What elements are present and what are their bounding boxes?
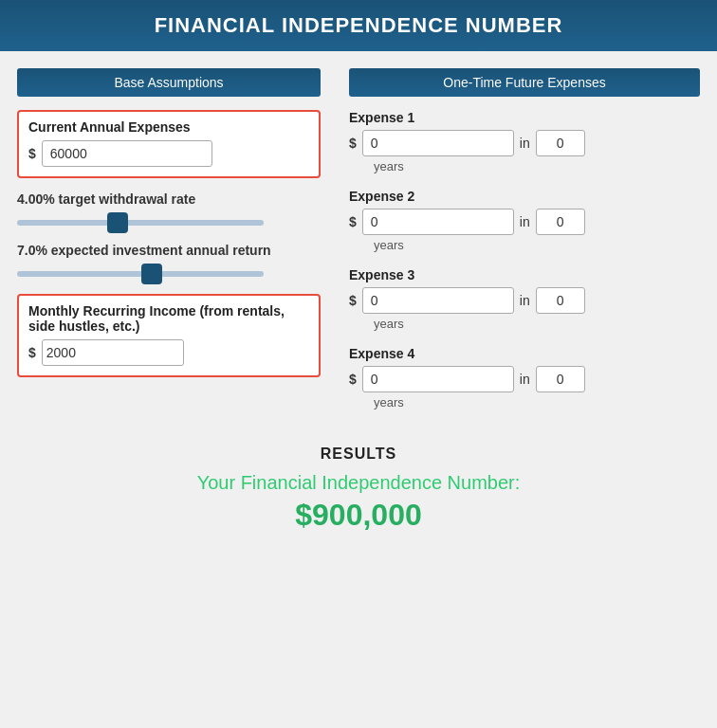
current-expenses-group: Current Annual Expenses $ — [17, 110, 321, 178]
expense-1-dollar: $ — [349, 136, 357, 151]
expense-3-dollar: $ — [349, 293, 357, 308]
investment-return-label: 7.0% expected investment annual return — [17, 243, 321, 258]
right-panel: One-Time Future Expenses Expense 1 $ in … — [340, 68, 700, 425]
expense-3-input-row: $ in — [349, 287, 700, 314]
expense-1-input-row: $ in — [349, 130, 700, 156]
current-expenses-dollar: $ — [28, 146, 36, 161]
expense-2-input-row: $ in — [349, 209, 700, 235]
withdrawal-rate-group: 4.00% target withdrawal rate — [17, 191, 321, 229]
current-expenses-label: Current Annual Expenses — [28, 119, 309, 135]
expense-4-years[interactable] — [536, 366, 585, 392]
expense-4-in: in — [520, 372, 530, 387]
expense-2-years[interactable] — [536, 209, 585, 235]
expense-2-label: Expense 2 — [349, 189, 700, 204]
monthly-income-group: Monthly Recurring Income (from rentals, … — [17, 294, 321, 377]
results-title: RESULTS — [17, 446, 700, 463]
expense-1-label: Expense 1 — [349, 110, 700, 125]
results-number: $900,000 — [17, 498, 700, 533]
results-subtitle: Your Financial Independence Number: — [17, 472, 700, 494]
monthly-income-dollar: $ — [28, 345, 36, 360]
main-content: Base Assumptions Current Annual Expenses… — [0, 68, 717, 425]
expense-3-label: Expense 3 — [349, 267, 700, 282]
expense-1-amount[interactable] — [362, 130, 514, 156]
expense-3-in: in — [520, 293, 530, 308]
expense-2-in: in — [520, 214, 530, 229]
withdrawal-rate-slider[interactable] — [17, 220, 264, 226]
expense-1-group: Expense 1 $ in years — [349, 110, 700, 173]
expense-4-group: Expense 4 $ in years — [349, 346, 700, 410]
monthly-income-input-row: $ — [28, 339, 309, 366]
withdrawal-rate-label: 4.00% target withdrawal rate — [17, 191, 321, 207]
monthly-income-input[interactable] — [42, 339, 184, 366]
expense-3-group: Expense 3 $ in years — [349, 267, 700, 331]
results-section: RESULTS Your Financial Independence Numb… — [0, 446, 717, 533]
page-title: FINANCIAL INDEPENDENCE NUMBER — [0, 0, 717, 51]
base-assumptions-header: Base Assumptions — [17, 68, 321, 97]
expense-1-years[interactable] — [536, 130, 585, 156]
expense-4-input-row: $ in — [349, 366, 700, 392]
expense-3-amount[interactable] — [362, 287, 514, 314]
expense-3-years[interactable] — [536, 287, 585, 314]
expense-2-dollar: $ — [349, 214, 357, 229]
expense-2-years-label: years — [374, 238, 700, 252]
one-time-expenses-header: One-Time Future Expenses — [349, 68, 700, 97]
expense-4-amount[interactable] — [362, 366, 514, 392]
investment-return-slider[interactable] — [17, 271, 264, 277]
expense-1-years-label: years — [374, 159, 700, 173]
left-panel: Base Assumptions Current Annual Expenses… — [17, 68, 340, 425]
expense-2-group: Expense 2 $ in years — [349, 189, 700, 252]
expense-4-label: Expense 4 — [349, 346, 700, 361]
expense-2-amount[interactable] — [362, 209, 514, 235]
monthly-income-label: Monthly Recurring Income (from rentals, … — [28, 303, 309, 334]
current-expenses-input-row: $ — [28, 140, 309, 167]
expense-4-years-label: years — [374, 395, 700, 410]
current-expenses-input[interactable] — [42, 140, 212, 167]
investment-return-group: 7.0% expected investment annual return — [17, 243, 321, 281]
expense-3-years-label: years — [374, 317, 700, 331]
expense-4-dollar: $ — [349, 372, 357, 387]
expense-1-in: in — [520, 136, 530, 151]
app-container: FINANCIAL INDEPENDENCE NUMBER Base Assum… — [0, 0, 717, 561]
